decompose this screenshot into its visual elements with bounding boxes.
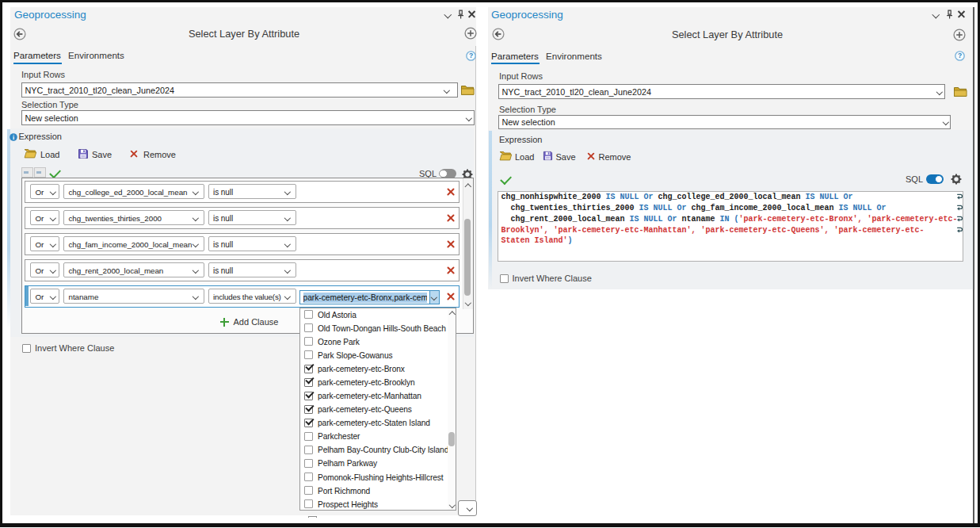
svg-text:?: ? [468,52,472,59]
svg-text:i: i [12,133,13,140]
svg-text:?: ? [957,52,961,59]
